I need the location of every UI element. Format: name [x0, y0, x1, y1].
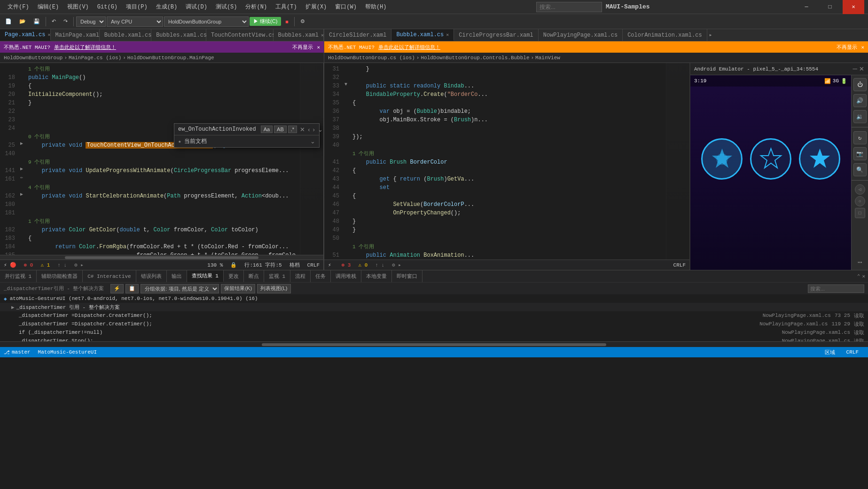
emulator-recent-btn[interactable]: □: [855, 208, 865, 218]
tab-close-bubbles[interactable]: ✕: [321, 32, 324, 38]
minimize-button[interactable]: ─: [796, 0, 817, 14]
error-indicator[interactable]: ⊗ 0: [24, 262, 33, 268]
emulator-rotate-btn[interactable]: ↻: [853, 131, 867, 144]
platform-dropdown[interactable]: Any CPU: [107, 16, 163, 27]
bottom-tab-tasks[interactable]: 任务: [311, 270, 331, 282]
debug-config-dropdown[interactable]: Debug: [76, 16, 106, 27]
toolbar-new[interactable]: 📄: [2, 17, 15, 26]
tab-mainpage-xaml[interactable]: MainPage.xaml: [51, 29, 100, 41]
tab-circleprogressbar[interactable]: CircleProgressBar.xaml: [454, 29, 538, 41]
tab-touchcontentview[interactable]: TouchContentView.cs: [206, 29, 273, 41]
right-warning-indicator[interactable]: ⚠ 0: [358, 262, 368, 268]
menu-tools[interactable]: 工具(T): [272, 1, 301, 13]
bottom-save-btn[interactable]: 保留结果(K): [221, 284, 255, 293]
status-crlf[interactable]: CRLF: [841, 349, 864, 355]
menu-debug[interactable]: 调试(D): [182, 1, 211, 13]
info-bar-right-dismiss[interactable]: 不再显示: [837, 44, 857, 51]
bottom-row-2[interactable]: _dispatcherTimer =Dispatcher.CreateTimer…: [0, 311, 868, 320]
tab-coloranimation[interactable]: ColorAnimation.xaml.cs: [623, 29, 707, 41]
toolbar-undo[interactable]: ↶: [48, 17, 59, 26]
bottom-search-input[interactable]: [808, 284, 864, 293]
collapse-right-33[interactable]: ▼: [341, 80, 351, 88]
breadcrumb-left-2[interactable]: MainPage.cs (ios): [69, 55, 121, 61]
emulator-zoom-in-btn[interactable]: 🔍: [853, 163, 867, 176]
emulator-volume-down-btn[interactable]: 🔉: [853, 110, 867, 123]
collapse-icon-25[interactable]: ▶: [17, 139, 26, 148]
collapse-icon-162[interactable]: ▶: [17, 190, 26, 198]
tab-circleslider[interactable]: CircleSlider.xaml: [324, 29, 391, 41]
info-bar-left-link[interactable]: 单击此处以了解详细信息！: [54, 44, 116, 51]
emulator-volume-up-btn[interactable]: 🔊: [853, 94, 867, 107]
toolbar-save[interactable]: 💾: [30, 17, 43, 26]
bubble-2[interactable]: [750, 138, 791, 180]
bottom-row-4[interactable]: if (_dispatcherTimer!=null) NowPlayingPa…: [0, 328, 868, 337]
startup-project-dropdown[interactable]: HoldDownButtonGroup: [164, 16, 249, 27]
tab-bubbles-xaml-cs[interactable]: Bubbles.xaml.cs: [151, 29, 206, 41]
emulator-close[interactable]: ✕: [859, 65, 864, 72]
info-bar-right-link[interactable]: 单击此处以了解详细信息！: [378, 44, 440, 51]
scrollbar-left-h[interactable]: [0, 255, 323, 260]
menu-view[interactable]: 视图(V): [63, 1, 93, 13]
menu-project[interactable]: 项目(P): [122, 1, 151, 13]
info-bar-left-close[interactable]: ✕: [317, 44, 320, 50]
bottom-tab-immediate[interactable]: 即时窗口: [392, 270, 422, 282]
bottom-tab-csharp[interactable]: C# Interactive: [83, 270, 136, 282]
close-button[interactable]: ✕: [843, 0, 864, 14]
find-expand[interactable]: ⌄: [318, 126, 323, 133]
bottom-tab-flow[interactable]: 流程: [290, 270, 311, 282]
bottom-tab-output[interactable]: 输出: [167, 270, 187, 282]
menu-help[interactable]: 帮助(H): [361, 1, 391, 13]
menu-test[interactable]: 测试(S): [212, 1, 241, 13]
tab-close-bubble-right[interactable]: ✕: [446, 32, 449, 38]
tab-bubbles-xaml[interactable]: Bubbles.xaml ✕: [274, 29, 324, 41]
bottom-expand-btn[interactable]: ⌃: [857, 273, 860, 279]
status-area[interactable]: 区域: [819, 349, 841, 356]
maximize-button[interactable]: □: [819, 0, 841, 14]
emulator-minimize[interactable]: ─: [853, 65, 857, 72]
menu-analyze[interactable]: 分析(N): [242, 1, 271, 13]
bubble-3[interactable]: [799, 138, 840, 180]
run-button[interactable]: ▶ 继续(C): [250, 17, 281, 26]
bottom-tab-watch1[interactable]: 监视 1: [264, 270, 290, 282]
breadcrumb-left-1[interactable]: HoldDownButtonGroup: [4, 55, 63, 61]
breadcrumb-right-3[interactable]: MainView: [535, 55, 560, 61]
bubble-1[interactable]: [701, 138, 743, 180]
menu-build[interactable]: 生成(B): [152, 1, 181, 13]
tab-nowplayingpage[interactable]: NowPlayingPage.xaml.cs: [539, 29, 623, 41]
menu-window[interactable]: 窗口(W): [331, 1, 360, 13]
menu-git[interactable]: Git(G): [94, 2, 121, 12]
bottom-tab-changes[interactable]: 更改: [224, 270, 244, 282]
warning-indicator[interactable]: ⚠ 1: [40, 262, 50, 268]
bottom-tab-accessibility[interactable]: 辅助功能检查器: [37, 270, 83, 282]
find-regex-btn[interactable]: .*: [288, 126, 297, 133]
tab-bubble-xaml-cs-right[interactable]: Bubble.xaml.cs ✕: [391, 29, 454, 41]
breadcrumb-left-3[interactable]: HoldDownButtonGroup.MainPage: [127, 55, 214, 61]
menu-edit[interactable]: 编辑(E): [34, 1, 63, 13]
tab-overflow[interactable]: ▸: [707, 29, 714, 41]
breadcrumb-right-2[interactable]: HoldDownButtonGroup.Controls.Bubble: [421, 55, 529, 61]
status-git-branch[interactable]: ⎇ master: [4, 349, 31, 355]
info-bar-right-close[interactable]: ✕: [861, 44, 864, 50]
tab-page-xaml-cs[interactable]: Page.xaml.cs ✕: [0, 29, 51, 41]
bottom-tab-callstack[interactable]: 调用堆栈: [331, 270, 361, 282]
bottom-btn-2[interactable]: 📋: [125, 284, 139, 293]
bottom-tab-locals[interactable]: 本地变量: [361, 270, 392, 282]
toolbar-open[interactable]: 📂: [16, 17, 29, 26]
bottom-close-btn[interactable]: ✕: [862, 273, 865, 279]
toolbar-stop[interactable]: ■: [282, 17, 292, 26]
emulator-more-btn[interactable]: ⋯: [858, 258, 862, 267]
find-word-btn[interactable]: AB: [274, 126, 287, 133]
emulator-power-btn[interactable]: ⏻: [853, 78, 867, 91]
find-nav-prev[interactable]: ‹: [308, 126, 310, 133]
toolbar-breakpoint[interactable]: ⚙: [297, 17, 308, 26]
bottom-tab-parallel[interactable]: 并行监视 1: [0, 270, 37, 282]
find-case-btn[interactable]: Aa: [261, 126, 273, 133]
tab-bubble-xaml-cs[interactable]: Bubble.xaml.cs: [100, 29, 152, 41]
bottom-tab-findresults[interactable]: 查找结果 1: [187, 270, 224, 282]
bottom-groupby-select[interactable]: 分组依据: 项目, 然后是 定义: [141, 284, 219, 293]
emulator-screenshot-btn[interactable]: 📷: [853, 147, 867, 160]
find-scope-expand[interactable]: ⌄: [310, 138, 315, 145]
bottom-listview-btn[interactable]: 列表视图(L): [257, 284, 290, 293]
menu-extensions[interactable]: 扩展(X): [302, 1, 331, 13]
menu-file[interactable]: 文件(F): [4, 1, 33, 13]
